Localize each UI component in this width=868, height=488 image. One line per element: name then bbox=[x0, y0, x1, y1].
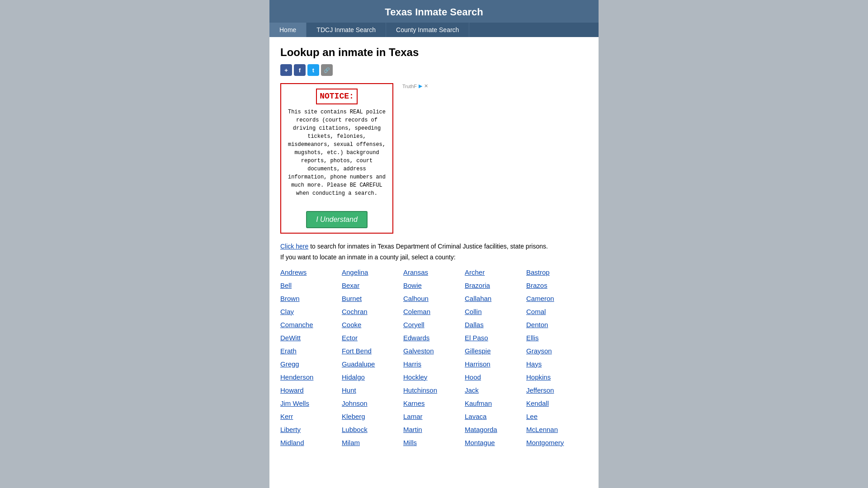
county-link[interactable]: Jefferson bbox=[526, 385, 588, 395]
county-link[interactable]: Gillespie bbox=[465, 346, 526, 356]
county-link[interactable]: Andrews bbox=[280, 267, 342, 277]
county-link[interactable]: Jack bbox=[465, 385, 526, 395]
page-title: Lookup an inmate in Texas bbox=[280, 46, 588, 59]
county-link[interactable]: Archer bbox=[465, 267, 526, 277]
county-link[interactable]: Kendall bbox=[526, 398, 588, 408]
county-link[interactable]: Gregg bbox=[280, 359, 342, 369]
county-intro: If you want to locate an inmate in a cou… bbox=[280, 253, 588, 261]
county-link[interactable]: Hutchinson bbox=[403, 385, 465, 395]
county-link[interactable]: Ellis bbox=[526, 333, 588, 343]
county-link[interactable]: DeWitt bbox=[280, 333, 342, 343]
county-link[interactable]: Guadalupe bbox=[342, 359, 403, 369]
county-link[interactable]: Lubbock bbox=[342, 424, 403, 435]
county-link[interactable]: Bexar bbox=[342, 280, 403, 291]
ad-label: TruthF bbox=[402, 84, 417, 89]
nav-bar: Home TDCJ Inmate Search County Inmate Se… bbox=[269, 23, 599, 37]
county-link[interactable]: Calhoun bbox=[403, 293, 465, 304]
county-link[interactable]: Hunt bbox=[342, 385, 403, 395]
county-link[interactable]: Hood bbox=[465, 372, 526, 382]
county-link[interactable]: Comanche bbox=[280, 319, 342, 330]
county-link[interactable]: Kaufman bbox=[465, 398, 526, 408]
county-link[interactable]: Lee bbox=[526, 411, 588, 422]
share-icons-row: + f t 🔗 bbox=[280, 64, 588, 76]
site-header: Texas Inmate Search bbox=[269, 0, 599, 23]
county-link[interactable]: Cameron bbox=[526, 293, 588, 304]
county-link[interactable]: Angelina bbox=[342, 267, 403, 277]
county-link[interactable]: Bastrop bbox=[526, 267, 588, 277]
nav-county[interactable]: County Inmate Search bbox=[386, 23, 469, 37]
county-link[interactable]: McLennan bbox=[526, 424, 588, 435]
county-link[interactable]: El Paso bbox=[465, 333, 526, 343]
nav-home[interactable]: Home bbox=[269, 23, 307, 37]
county-link[interactable]: Grayson bbox=[526, 346, 588, 356]
ad-area: TruthF ▶ ✕ bbox=[402, 83, 588, 234]
notice-ad-row: NOTICE: This site contains REAL police r… bbox=[280, 83, 588, 234]
main-content: Lookup an inmate in Texas + f t 🔗 NOTICE… bbox=[269, 37, 599, 461]
county-link[interactable]: Hopkins bbox=[526, 372, 588, 382]
county-link[interactable]: Bowie bbox=[403, 280, 465, 291]
county-link[interactable]: Hockley bbox=[403, 372, 465, 382]
county-link[interactable]: Hays bbox=[526, 359, 588, 369]
county-link[interactable]: Johnson bbox=[342, 398, 403, 408]
county-link[interactable]: Milam bbox=[342, 437, 403, 448]
county-link[interactable]: Aransas bbox=[403, 267, 465, 277]
county-grid: AndrewsAngelinaAransasArcherBastropBellB… bbox=[280, 267, 588, 448]
county-link[interactable]: Cochran bbox=[342, 306, 403, 317]
county-link[interactable]: Montgomery bbox=[526, 437, 588, 448]
site-title: Texas Inmate Search bbox=[385, 6, 483, 18]
county-link[interactable]: Montague bbox=[465, 437, 526, 448]
share-icon[interactable]: + bbox=[280, 64, 292, 76]
county-link[interactable]: Lamar bbox=[403, 411, 465, 422]
copy-link-icon[interactable]: 🔗 bbox=[321, 64, 333, 76]
county-link[interactable]: Harrison bbox=[465, 359, 526, 369]
county-link[interactable]: Erath bbox=[280, 346, 342, 356]
county-link[interactable]: Matagorda bbox=[465, 424, 526, 435]
county-link[interactable]: Martin bbox=[403, 424, 465, 435]
county-link[interactable]: Kleberg bbox=[342, 411, 403, 422]
page-wrapper: Texas Inmate Search Home TDCJ Inmate Sea… bbox=[269, 0, 599, 488]
twitter-icon[interactable]: t bbox=[307, 64, 319, 76]
facebook-icon[interactable]: f bbox=[294, 64, 306, 76]
click-here-suffix: to search for inmates in Texas Departmen… bbox=[308, 243, 548, 250]
click-here-link[interactable]: Click here bbox=[280, 243, 308, 250]
county-link[interactable]: Jim Wells bbox=[280, 398, 342, 408]
county-link[interactable]: Howard bbox=[280, 385, 342, 395]
notice-label: NOTICE: bbox=[316, 89, 358, 104]
county-link[interactable]: Mills bbox=[403, 437, 465, 448]
county-link[interactable]: Cooke bbox=[342, 319, 403, 330]
county-link[interactable]: Hidalgo bbox=[342, 372, 403, 382]
county-link[interactable]: Collin bbox=[465, 306, 526, 317]
county-link[interactable]: Henderson bbox=[280, 372, 342, 382]
county-link[interactable]: Bell bbox=[280, 280, 342, 291]
county-link[interactable]: Fort Bend bbox=[342, 346, 403, 356]
county-link[interactable]: Liberty bbox=[280, 424, 342, 435]
ad-close[interactable]: ✕ bbox=[424, 83, 428, 89]
county-link[interactable]: Ector bbox=[342, 333, 403, 343]
county-link[interactable]: Harris bbox=[403, 359, 465, 369]
nav-tdcj[interactable]: TDCJ Inmate Search bbox=[307, 23, 386, 37]
ad-icon: ▶ bbox=[419, 83, 422, 89]
county-link[interactable]: Burnet bbox=[342, 293, 403, 304]
notice-box: NOTICE: This site contains REAL police r… bbox=[280, 83, 393, 234]
county-link[interactable]: Karnes bbox=[403, 398, 465, 408]
county-link[interactable]: Comal bbox=[526, 306, 588, 317]
county-link[interactable]: Brazoria bbox=[465, 280, 526, 291]
county-link[interactable]: Midland bbox=[280, 437, 342, 448]
tdcj-link-text: Click here to search for inmates in Texa… bbox=[280, 243, 588, 250]
county-link[interactable]: Brown bbox=[280, 293, 342, 304]
understand-button[interactable]: I Understand bbox=[306, 211, 368, 228]
county-link[interactable]: Denton bbox=[526, 319, 588, 330]
county-link[interactable]: Lavaca bbox=[465, 411, 526, 422]
ad-badge: TruthF ▶ ✕ bbox=[402, 83, 588, 89]
county-link[interactable]: Brazos bbox=[526, 280, 588, 291]
county-link[interactable]: Clay bbox=[280, 306, 342, 317]
county-link[interactable]: Edwards bbox=[403, 333, 465, 343]
county-link[interactable]: Callahan bbox=[465, 293, 526, 304]
county-link[interactable]: Coleman bbox=[403, 306, 465, 317]
county-link[interactable]: Dallas bbox=[465, 319, 526, 330]
county-link[interactable]: Kerr bbox=[280, 411, 342, 422]
county-link[interactable]: Galveston bbox=[403, 346, 465, 356]
county-link[interactable]: Coryell bbox=[403, 319, 465, 330]
notice-text: This site contains REAL police records (… bbox=[288, 108, 386, 197]
